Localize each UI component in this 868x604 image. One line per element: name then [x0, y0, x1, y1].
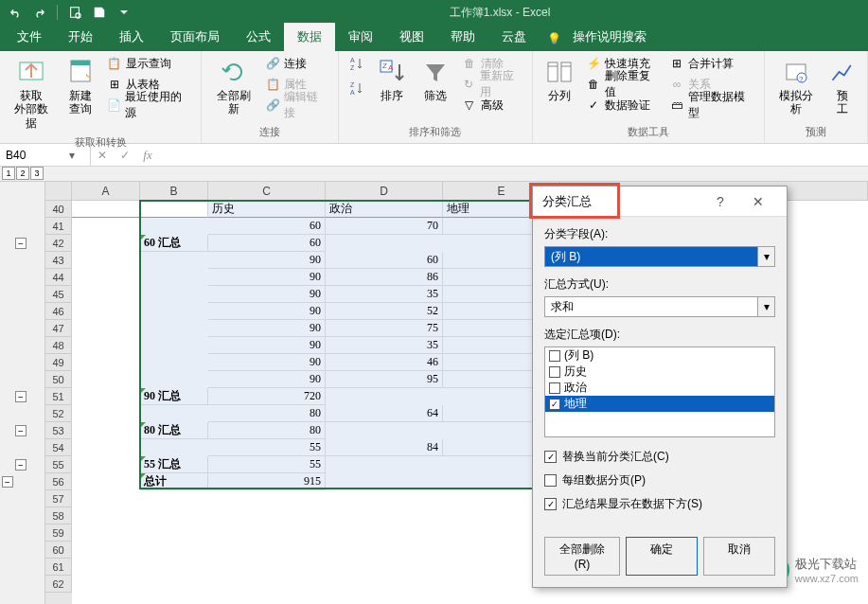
row-header[interactable]: 40 [45, 201, 72, 218]
row-header[interactable]: 57 [45, 490, 72, 507]
listbox-item[interactable]: 历史 [545, 364, 774, 380]
cell[interactable]: 80 [208, 405, 326, 422]
tab-file[interactable]: 文件 [4, 23, 55, 51]
below-checkbox-row[interactable]: ✓ 汇总结果显示在数据下方(S) [544, 496, 775, 512]
row-header[interactable]: 46 [45, 303, 72, 320]
new-query-button[interactable]: 新建 查询 [60, 53, 101, 120]
close-icon[interactable]: ✕ [739, 187, 777, 217]
forecast-sheet-button[interactable]: 预 工 [824, 53, 861, 120]
col-header-c[interactable]: C [208, 182, 326, 201]
text-to-columns-button[interactable]: 分列 [539, 53, 580, 106]
outline-toggle[interactable]: − [15, 238, 27, 249]
advanced-filter-button[interactable]: ▽高级 [458, 95, 526, 115]
row-header[interactable]: 53 [45, 422, 72, 439]
cell[interactable]: 90 [208, 320, 326, 337]
cell[interactable]: 75 [326, 320, 443, 337]
tab-review[interactable]: 审阅 [335, 23, 386, 51]
cell[interactable]: 90 [208, 286, 326, 303]
cell[interactable]: 60 [208, 218, 326, 235]
cell[interactable]: 52 [326, 303, 443, 320]
cell[interactable]: 政治 [326, 201, 443, 218]
row-header[interactable]: 60 [45, 542, 72, 559]
cell[interactable]: 80 汇总 [140, 422, 208, 439]
recent-sources-button[interactable]: 📄最近使用的源 [103, 95, 195, 115]
outline-toggle[interactable]: − [2, 476, 13, 488]
cell[interactable]: 55 [208, 456, 326, 473]
tab-home[interactable]: 开始 [55, 23, 106, 51]
cell[interactable]: 90 [208, 371, 326, 388]
sort-za-button[interactable]: ZA [345, 78, 369, 98]
listbox-item[interactable]: ✓地理 [545, 396, 774, 412]
cell[interactable]: 35 [326, 337, 443, 354]
help-icon[interactable]: ? [701, 187, 739, 217]
show-queries-button[interactable]: 📋显示查询 [103, 53, 195, 74]
tab-view[interactable]: 视图 [386, 23, 437, 51]
cell[interactable]: 55 [208, 439, 326, 456]
row-header[interactable]: 59 [45, 524, 72, 542]
items-listbox[interactable]: (列 B)历史政治✓地理 [544, 346, 775, 437]
outline-level-2[interactable]: 2 [16, 167, 29, 180]
row-header[interactable]: 42 [45, 235, 72, 252]
row-header[interactable]: 54 [45, 439, 72, 456]
chevron-down-icon[interactable]: ▾ [758, 296, 775, 317]
get-external-data-button[interactable]: 获取 外部数据 [6, 53, 58, 133]
fx-icon[interactable]: fx [136, 144, 159, 166]
cell[interactable]: 90 [208, 354, 326, 371]
row-header[interactable]: 62 [45, 576, 72, 593]
row-header[interactable]: 41 [45, 218, 72, 235]
cell[interactable]: 90 [208, 269, 326, 286]
save-icon[interactable] [88, 2, 111, 23]
data-model-button[interactable]: 🗃管理数据模型 [665, 95, 758, 115]
row-header[interactable]: 55 [45, 456, 72, 473]
cell[interactable]: 86 [326, 269, 443, 286]
reapply-button[interactable]: ↻重新应用 [458, 74, 526, 95]
chevron-down-icon[interactable]: ▾ [758, 246, 775, 267]
cell[interactable]: 90 [208, 337, 326, 354]
redo-icon[interactable] [28, 2, 51, 23]
filter-button[interactable]: 筛选 [415, 53, 456, 106]
sort-button[interactable]: ZA 排序 [371, 53, 413, 106]
edit-links-button[interactable]: 🔗编辑链接 [261, 95, 331, 115]
name-box-dropdown-icon[interactable]: ▾ [69, 149, 84, 162]
qat-dropdown-icon[interactable] [113, 2, 135, 23]
listbox-item[interactable]: (列 B) [545, 347, 774, 364]
select-all-corner[interactable] [45, 182, 72, 201]
method-combo[interactable]: 求和 ▾ [544, 296, 775, 317]
accept-formula-icon[interactable]: ✓ [114, 144, 136, 166]
cell[interactable]: 90 [208, 252, 326, 269]
cell[interactable]: 55 汇总 [140, 456, 208, 473]
tab-pagelayout[interactable]: 页面布局 [157, 23, 233, 51]
row-header[interactable]: 47 [45, 320, 72, 337]
cell[interactable]: 60 [326, 252, 443, 269]
cell[interactable]: 46 [326, 354, 443, 371]
checkbox-icon[interactable] [549, 366, 560, 378]
pagebreak-checkbox-row[interactable]: 每组数据分页(P) [544, 472, 775, 489]
name-box[interactable]: B40 ▾ [0, 144, 91, 166]
col-header-d[interactable]: D [326, 182, 443, 201]
col-header-b[interactable]: B [140, 182, 208, 201]
col-header-a[interactable]: A [72, 182, 140, 201]
sort-az-button[interactable]: AZ [345, 53, 369, 74]
cell[interactable] [72, 201, 140, 218]
cell[interactable]: 历史 [208, 201, 326, 218]
row-header[interactable]: 43 [45, 252, 72, 269]
cell[interactable]: 70 [326, 218, 443, 235]
cell[interactable]: 64 [326, 405, 443, 422]
consolidate-button[interactable]: ⊞合并计算 [665, 53, 758, 74]
outline-toggle[interactable]: − [15, 425, 27, 436]
tab-cloud[interactable]: 云盘 [488, 23, 540, 51]
cancel-formula-icon[interactable]: ✕ [91, 144, 114, 166]
cell[interactable]: 95 [326, 371, 443, 388]
cell[interactable]: 60 汇总 [140, 235, 208, 252]
field-combo[interactable]: (列 B) ▾ [544, 246, 775, 267]
row-header[interactable]: 52 [45, 405, 72, 422]
listbox-item[interactable]: 政治 [545, 380, 774, 396]
outline-level-3[interactable]: 3 [30, 167, 44, 180]
ok-button[interactable]: 确定 [626, 537, 698, 576]
tab-insert[interactable]: 插入 [106, 23, 157, 51]
row-header[interactable]: 61 [45, 559, 72, 576]
row-header[interactable]: 51 [45, 388, 72, 405]
replace-checkbox-row[interactable]: ✓ 替换当前分类汇总(C) [544, 449, 775, 465]
cell[interactable]: 90 [208, 303, 326, 320]
refresh-all-button[interactable]: 全部刷新 [207, 53, 259, 120]
